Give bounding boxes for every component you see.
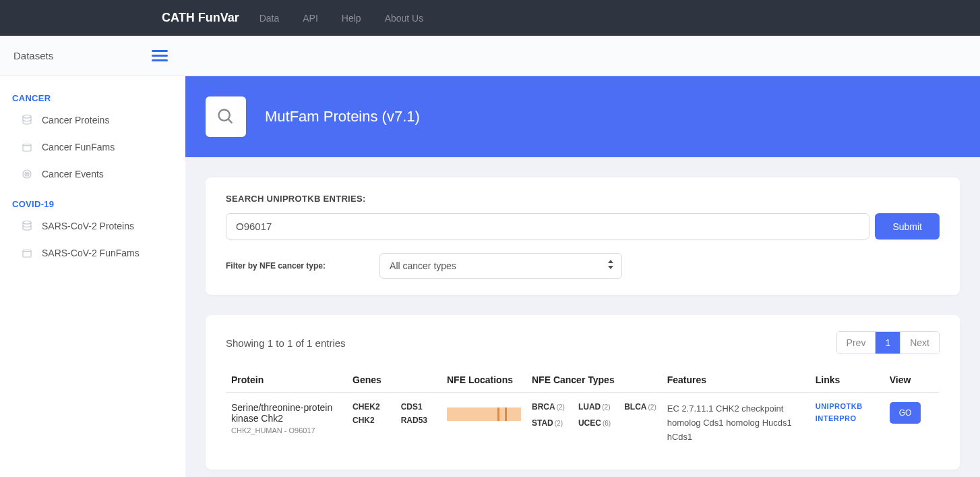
database-icon xyxy=(20,219,34,233)
page-prev-button[interactable]: Prev xyxy=(837,332,876,354)
results-card: Showing 1 to 1 of 1 entries Prev 1 Next … xyxy=(206,315,960,470)
gene-item: CHK2 xyxy=(353,416,389,425)
page-current-button[interactable]: 1 xyxy=(876,332,900,354)
box-icon xyxy=(20,246,34,260)
nav-link-data[interactable]: Data xyxy=(259,13,280,24)
search-input[interactable] xyxy=(226,213,869,240)
page-hero: MutFam Proteins (v7.1) xyxy=(185,76,980,157)
filter-select[interactable]: All cancer types xyxy=(379,253,622,279)
nav-link-help[interactable]: Help xyxy=(342,13,361,24)
svg-rect-6 xyxy=(23,250,31,258)
link-interpro[interactable]: INTERPRO xyxy=(816,414,879,422)
top-nav: CATH FunVar Data API Help About Us xyxy=(0,0,980,36)
sidebar-item-sars-proteins[interactable]: SARS-CoV-2 Proteins xyxy=(0,213,185,240)
col-nfe-cancer-types: NFE Cancer Types xyxy=(526,368,662,393)
col-nfe-locations: NFE Locations xyxy=(441,368,526,393)
nfe-locations-bar[interactable] xyxy=(447,408,521,421)
col-protein: Protein xyxy=(226,368,347,393)
col-features: Features xyxy=(662,368,810,393)
gene-item: CDS1 xyxy=(401,402,436,412)
svg-point-0 xyxy=(23,115,31,119)
protein-subtitle: CHK2_HUMAN - O96017 xyxy=(231,426,342,434)
features-text: EC 2.7.11.1 CHK2 checkpoint homolog Cds1… xyxy=(667,402,805,444)
svg-line-8 xyxy=(228,119,233,123)
col-genes: Genes xyxy=(347,368,441,393)
sub-header: Datasets xyxy=(0,36,980,76)
svg-point-4 xyxy=(26,173,28,175)
table-row: Serine/threonine-protein kinase Chk2 CHK… xyxy=(226,393,940,454)
svg-rect-1 xyxy=(23,144,31,152)
page-title: MutFam Proteins (v7.1) xyxy=(265,108,420,125)
protein-name: Serine/threonine-protein kinase Chk2 xyxy=(231,402,342,424)
view-go-button[interactable]: GO xyxy=(890,402,921,424)
sidebar: CANCER Cancer Proteins Cancer FunFams Ca… xyxy=(0,76,185,477)
box-icon xyxy=(20,140,34,154)
cancer-type-item: BRCA(2) xyxy=(532,402,565,412)
cancer-type-item: STAD(2) xyxy=(532,418,565,428)
cancer-type-item: BLCA(2) xyxy=(624,402,656,412)
gene-item: RAD53 xyxy=(401,416,436,425)
sidebar-item-cancer-funfams[interactable]: Cancer FunFams xyxy=(0,134,185,161)
submit-button[interactable]: Submit xyxy=(875,213,940,240)
sidebar-item-label: Cancer Proteins xyxy=(42,115,109,125)
brand-title[interactable]: CATH FunVar xyxy=(162,11,239,25)
sidebar-item-cancer-proteins[interactable]: Cancer Proteins xyxy=(0,107,185,134)
svg-point-5 xyxy=(23,221,31,225)
sidebar-item-cancer-events[interactable]: Cancer Events xyxy=(0,161,185,188)
showing-entries-text: Showing 1 to 1 of 1 entries xyxy=(226,337,346,349)
results-table: Protein Genes NFE Locations NFE Cancer T… xyxy=(226,368,940,453)
cancer-type-item: LUAD(2) xyxy=(578,402,611,412)
search-icon xyxy=(206,96,246,137)
sidebar-section-covid-title: COVID-19 xyxy=(0,196,185,213)
col-links: Links xyxy=(810,368,884,393)
sidebar-item-label: SARS-CoV-2 Proteins xyxy=(42,221,134,231)
target-icon xyxy=(20,167,34,181)
sub-header-title: Datasets xyxy=(13,50,53,61)
page-next-button[interactable]: Next xyxy=(900,332,939,354)
svg-point-7 xyxy=(219,110,230,121)
sidebar-item-label: SARS-CoV-2 FunFams xyxy=(42,248,140,258)
sidebar-item-label: Cancer FunFams xyxy=(42,142,115,152)
gene-item: CHEK2 xyxy=(353,402,389,412)
search-label: SEARCH UNIPROTKB ENTRIES: xyxy=(226,194,940,204)
col-view: View xyxy=(884,368,940,393)
pagination: Prev 1 Next xyxy=(836,331,940,354)
sidebar-section-cancer-title: CANCER xyxy=(0,90,185,107)
nav-link-about[interactable]: About Us xyxy=(385,13,424,24)
filter-label: Filter by NFE cancer type: xyxy=(226,261,326,271)
link-uniprotkb[interactable]: UNIPROTKB xyxy=(816,402,879,410)
search-card: SEARCH UNIPROTKB ENTRIES: Submit Filter … xyxy=(206,177,960,295)
cancer-type-item: UCEC(6) xyxy=(578,418,611,428)
main-content: MutFam Proteins (v7.1) SEARCH UNIPROTKB … xyxy=(185,76,980,477)
sidebar-item-label: Cancer Events xyxy=(42,169,104,179)
sidebar-item-sars-funfams[interactable]: SARS-CoV-2 FunFams xyxy=(0,240,185,266)
nav-link-api[interactable]: API xyxy=(303,13,318,24)
hamburger-icon[interactable] xyxy=(152,47,168,64)
database-icon xyxy=(20,113,34,127)
